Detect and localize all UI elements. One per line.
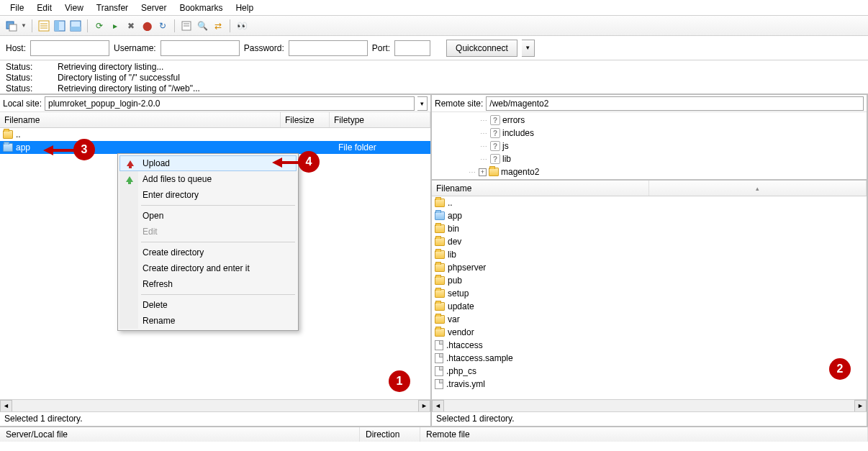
tree-item[interactable]: ⋯?lib bbox=[435, 152, 864, 165]
col-remote-file[interactable]: Remote file bbox=[420, 427, 868, 442]
filename-label: lib bbox=[448, 250, 456, 260]
username-input[interactable] bbox=[161, 40, 240, 56]
menu-file[interactable]: File bbox=[4, 1, 30, 14]
callout-badge-1: 1 bbox=[389, 370, 410, 392]
folder-icon bbox=[3, 130, 13, 139]
list-item[interactable]: app bbox=[432, 209, 867, 222]
menu-item-create-directory-and-enter-it[interactable]: Create directory and enter it bbox=[119, 260, 297, 276]
list-item[interactable]: phpserver bbox=[432, 261, 867, 274]
log-message: Retrieving directory listing... bbox=[58, 62, 163, 73]
menu-server[interactable]: Server bbox=[135, 1, 172, 14]
password-label: Password: bbox=[244, 43, 284, 53]
folder-icon bbox=[435, 224, 445, 233]
toggle-queue-icon[interactable] bbox=[68, 19, 83, 33]
scroll-right-icon[interactable]: ► bbox=[418, 400, 430, 412]
menu-edit[interactable]: Edit bbox=[31, 1, 58, 14]
folder-icon bbox=[435, 315, 445, 324]
sort-indicator-icon: ▴ bbox=[756, 185, 759, 192]
log-label: Status: bbox=[6, 62, 58, 73]
sitemanager-icon[interactable] bbox=[4, 19, 19, 33]
password-input[interactable] bbox=[289, 40, 368, 56]
list-item[interactable]: .htaccess.sample bbox=[432, 352, 867, 365]
list-item[interactable]: bin bbox=[432, 222, 867, 235]
list-item[interactable]: .. bbox=[432, 196, 867, 209]
quickconnect-dropdown-icon[interactable]: ▼ bbox=[522, 40, 535, 57]
col-direction[interactable]: Direction bbox=[360, 427, 420, 442]
local-hscrollbar[interactable]: ◄ ► bbox=[0, 399, 430, 411]
col-filename[interactable]: Filename bbox=[432, 181, 649, 196]
menu-item-create-directory[interactable]: Create directory bbox=[119, 245, 297, 260]
menu-item-rename[interactable]: Rename bbox=[119, 313, 297, 329]
list-item[interactable]: lib bbox=[432, 248, 867, 261]
menu-item-refresh[interactable]: Refresh bbox=[119, 276, 297, 292]
sitemanager-dropdown-icon[interactable]: ▼ bbox=[20, 22, 27, 29]
menu-item-add-files-to-queue[interactable]: Add files to queue bbox=[119, 171, 297, 187]
menu-item-open[interactable]: Open bbox=[119, 208, 297, 224]
quickconnect-button[interactable]: Quickconnect bbox=[446, 40, 517, 57]
host-input[interactable] bbox=[30, 40, 109, 56]
compare-icon[interactable]: ⇄ bbox=[211, 19, 225, 33]
list-item[interactable]: vendor bbox=[432, 326, 867, 339]
folder-icon bbox=[435, 263, 445, 272]
scroll-left-icon[interactable]: ◄ bbox=[0, 400, 12, 412]
local-path-input[interactable] bbox=[45, 96, 415, 111]
menu-item-upload[interactable]: Upload bbox=[119, 155, 297, 171]
tree-item[interactable]: ⋯?errors bbox=[435, 114, 864, 127]
binoculars-icon[interactable]: 👀 bbox=[235, 19, 249, 33]
list-item[interactable]: .php_cs bbox=[432, 365, 867, 378]
remote-filelist[interactable]: ..appbindevlibphpserverpubsetupupdatevar… bbox=[432, 196, 867, 399]
menu-item-delete[interactable]: Delete bbox=[119, 297, 297, 313]
expander-icon[interactable]: + bbox=[479, 168, 487, 176]
filename-label: .htaccess bbox=[446, 340, 483, 350]
list-item[interactable]: setup bbox=[432, 287, 867, 300]
file-icon bbox=[435, 353, 443, 363]
col-server-local-file[interactable]: Server/Local file bbox=[0, 427, 360, 442]
tree-item[interactable]: ⋯?js bbox=[435, 140, 864, 152]
menu-help[interactable]: Help bbox=[230, 1, 259, 14]
folder-icon bbox=[435, 328, 445, 337]
menu-item-enter-directory[interactable]: Enter directory bbox=[119, 187, 297, 203]
local-path-dropdown-icon[interactable]: ▾ bbox=[417, 96, 428, 111]
col-filetype[interactable]: Filetype bbox=[330, 112, 430, 127]
scroll-left-icon[interactable]: ◄ bbox=[432, 400, 444, 412]
list-item[interactable]: appFile folder bbox=[0, 141, 430, 154]
queue-arrow-icon bbox=[126, 176, 133, 182]
remote-tree[interactable]: ⋯?errors⋯?includes⋯?js⋯?lib⋯+magento2 bbox=[432, 112, 867, 181]
username-label: Username: bbox=[114, 43, 156, 53]
search-icon[interactable]: 🔍 bbox=[195, 19, 209, 33]
reconnect-icon[interactable]: ↻ bbox=[155, 19, 170, 33]
col-filename[interactable]: Filename bbox=[0, 112, 281, 127]
toggle-tree-icon[interactable] bbox=[53, 19, 67, 33]
list-item[interactable]: dev bbox=[432, 235, 867, 248]
col-filesize[interactable]: Filesize bbox=[281, 112, 330, 127]
remote-hscrollbar[interactable]: ◄ ► bbox=[432, 399, 867, 411]
process-queue-icon[interactable]: ▸ bbox=[108, 19, 122, 33]
remote-list-header: Filename ▴ bbox=[432, 181, 867, 196]
menu-bookmarks[interactable]: Bookmarks bbox=[173, 1, 228, 14]
port-input[interactable] bbox=[394, 40, 430, 56]
remote-statusbar: Selected 1 directory. bbox=[432, 411, 867, 426]
tree-item[interactable]: ⋯+magento2 bbox=[435, 165, 864, 178]
list-item[interactable]: .htaccess bbox=[432, 339, 867, 352]
toggle-log-icon[interactable] bbox=[37, 19, 51, 33]
list-item[interactable]: .. bbox=[0, 128, 430, 141]
list-item[interactable]: var bbox=[432, 313, 867, 326]
scroll-right-icon[interactable]: ► bbox=[854, 400, 867, 412]
disconnect-icon[interactable]: ⬤ bbox=[140, 19, 154, 33]
filename-label: var bbox=[448, 314, 460, 324]
remote-path-input[interactable] bbox=[486, 96, 864, 111]
local-statusbar: Selected 1 directory. bbox=[0, 411, 430, 426]
folder-icon bbox=[3, 143, 13, 152]
menu-transfer[interactable]: Transfer bbox=[91, 1, 134, 14]
cancel-icon[interactable]: ✖ bbox=[124, 19, 138, 33]
refresh-icon[interactable]: ⟳ bbox=[92, 19, 107, 33]
list-item[interactable]: pub bbox=[432, 274, 867, 287]
filename-label: .php_cs bbox=[446, 366, 476, 376]
filter-icon[interactable] bbox=[179, 19, 194, 33]
tree-label: lib bbox=[502, 154, 511, 164]
list-item[interactable]: update bbox=[432, 300, 867, 313]
tree-item[interactable]: ⋯?includes bbox=[435, 127, 864, 140]
menu-item-label: Rename bbox=[143, 316, 175, 326]
list-item[interactable]: .travis.yml bbox=[432, 378, 867, 391]
menu-view[interactable]: View bbox=[59, 1, 89, 14]
